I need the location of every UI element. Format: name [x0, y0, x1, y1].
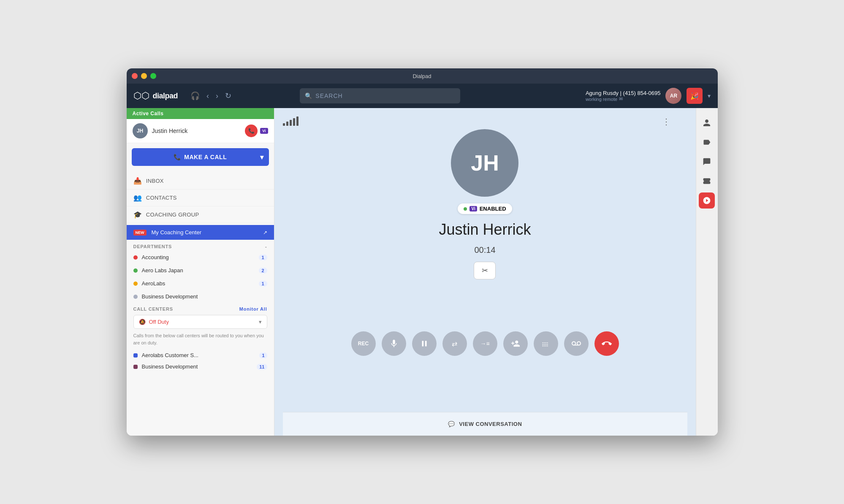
sidebar-item-contacts[interactable]: 👥 CONTACTS [127, 190, 274, 206]
caller-avatar: JH [451, 129, 518, 197]
ctrl-group-transfer: ⇄ [442, 331, 467, 356]
end-call-button[interactable] [594, 331, 619, 356]
phone-icon: 📞 [174, 154, 181, 160]
user-info: Agung Rusdy | (415) 854-0695 working rem… [586, 90, 661, 102]
cc-name: Business Development [142, 363, 253, 370]
call-center-item-aerolabs[interactable]: Aerolabs Customer S... 1 [133, 350, 267, 361]
merge-button[interactable]: →≡ [473, 331, 497, 356]
monitor-all-link[interactable]: Monitor All [239, 306, 267, 312]
call-controls-area: REC ⇄ [351, 327, 619, 356]
ctrl-group-hold [412, 331, 437, 356]
department-item-accounting[interactable]: Accounting 1 [127, 251, 274, 264]
ctrl-group-end-call [594, 331, 619, 356]
add-person-icon [511, 339, 520, 348]
voicemail-button[interactable] [564, 331, 589, 356]
external-link-icon: ↗ [263, 230, 267, 236]
search-input[interactable] [315, 92, 455, 99]
forward-button[interactable]: › [213, 89, 221, 103]
active-call-item[interactable]: JH Justin Herrick 📞 Vi [127, 119, 274, 143]
window-title: Dialpad [413, 73, 431, 79]
sidebar-item-label-contacts: CONTACTS [146, 195, 177, 201]
departments-collapse-icon[interactable]: - [265, 244, 267, 249]
right-person-button[interactable] [699, 115, 715, 131]
cc-color-dot [133, 353, 138, 358]
department-item-business-dev[interactable]: Business Development [127, 290, 274, 303]
right-integration-button[interactable] [699, 192, 715, 209]
dept-color-dot [133, 255, 138, 260]
call-centers-section: CALL CENTERS Monitor All 🔕 Off Duty ▾ Ca… [127, 303, 274, 376]
record-button[interactable]: REC [351, 331, 376, 356]
ctrl-group-rec: REC [351, 331, 376, 356]
end-call-button-sidebar[interactable]: 📞 [245, 125, 258, 137]
chat-bubble-icon [703, 157, 711, 166]
dept-badge: 1 [259, 281, 267, 287]
make-call-button[interactable]: 📞 MAKE A CALL ▾ [132, 148, 269, 166]
end-call-icon [602, 339, 612, 349]
duty-note: Calls from the below call centers will b… [133, 332, 267, 346]
view-conversation-button[interactable]: 💬 VIEW CONVERSATION [283, 412, 687, 436]
right-chat-button[interactable] [699, 154, 715, 170]
vi-badge-sidebar: Vi [260, 128, 268, 134]
signal-bar-1 [283, 123, 285, 126]
integration-icon [703, 196, 711, 205]
dept-color-dot [133, 268, 138, 273]
sidebar-item-coaching-group[interactable]: 🎓 COACHING GROUP [127, 206, 274, 223]
signal-bar-3 [290, 120, 292, 126]
logo-text: dialpad [153, 92, 178, 100]
more-options-button[interactable]: ⋮ [662, 117, 670, 127]
user-avatar[interactable]: AR [665, 88, 681, 104]
keypad-button[interactable] [534, 331, 558, 356]
right-label-button[interactable] [699, 134, 715, 150]
call-center-item-business-dev[interactable]: Business Development 11 [133, 361, 267, 372]
add-caller-button[interactable] [503, 331, 528, 356]
cc-color-dot [133, 365, 138, 369]
vi-enabled-label: ENABLED [480, 206, 506, 212]
transfer-button[interactable]: ✂ [474, 262, 496, 279]
department-item-aerolabs[interactable]: AeroLabs 1 [127, 277, 274, 290]
coaching-center-item[interactable]: NEW My Coaching Center ↗ [127, 225, 274, 240]
signal-bar-5 [296, 117, 299, 126]
call-centers-label: CALL CENTERS [133, 306, 173, 312]
right-ticket-button[interactable] [699, 173, 715, 189]
ctrl-group-keypad [534, 331, 558, 356]
call-info: JH Vi ENABLED Justin Herrick 00:14 ✂ [439, 129, 531, 279]
sidebar-item-inbox[interactable]: 📥 INBOX [127, 173, 274, 190]
maximize-button[interactable] [150, 73, 156, 79]
call-transfer-button[interactable]: ⇄ [442, 331, 467, 356]
coaching-icon: 🎓 [133, 211, 142, 219]
keypad-icon [541, 339, 551, 348]
header-nav: 🎧 ‹ › ↻ [188, 89, 234, 103]
main-content: ⋮ JH Vi ENABLED Justin Herrick 00:14 ✂ [274, 108, 696, 436]
conversation-icon: 💬 [448, 421, 455, 427]
app-window: Dialpad ⬡⬡ dialpad 🎧 ‹ › ↻ 🔍 Agung Rusdy… [127, 68, 718, 436]
right-sidebar [696, 108, 718, 436]
dropdown-arrow-icon[interactable]: ▾ [708, 92, 711, 99]
dept-color-dot [133, 295, 138, 299]
minimize-button[interactable] [141, 73, 147, 79]
bell-off-icon: 🔕 [139, 319, 146, 325]
make-call-label: MAKE A CALL [184, 154, 227, 160]
dept-name: Accounting [142, 254, 255, 260]
ctrl-group-mute [382, 331, 406, 356]
cc-badge: 11 [257, 364, 267, 370]
contacts-icon: 👥 [133, 194, 142, 202]
close-button[interactable] [132, 73, 138, 79]
user-name: Agung Rusdy | (415) 854-0695 [586, 90, 661, 96]
hold-button[interactable] [412, 331, 437, 356]
notification-button[interactable]: 🎉 [687, 88, 703, 104]
department-item-aero-labs-japan[interactable]: Aero Labs Japan 2 [127, 264, 274, 277]
mute-button[interactable] [382, 331, 406, 356]
refresh-button[interactable]: ↻ [223, 89, 234, 103]
vi-logo: Vi [469, 206, 477, 211]
headset-icon[interactable]: 🎧 [188, 89, 202, 103]
search-bar[interactable]: 🔍 [300, 88, 460, 103]
dept-badge: 2 [259, 268, 267, 274]
make-call-dropdown-icon[interactable]: ▾ [260, 153, 264, 161]
sidebar-item-label-coaching: COACHING GROUP [146, 211, 199, 218]
label-icon [703, 138, 711, 146]
back-button[interactable]: ‹ [204, 89, 212, 103]
body: Active Calls JH Justin Herrick 📞 Vi 📞 MA… [127, 108, 718, 436]
titlebar: Dialpad [127, 68, 718, 84]
voicemail-icon [572, 339, 581, 348]
off-duty-select[interactable]: 🔕 Off Duty ▾ [133, 315, 267, 329]
